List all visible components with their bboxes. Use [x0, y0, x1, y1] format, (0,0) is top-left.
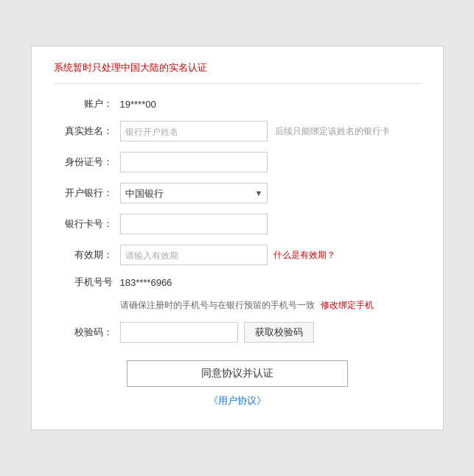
phone-value: 183****6966 [120, 277, 172, 288]
id-row: 身份证号： [54, 152, 421, 172]
bank-label: 开户银行： [54, 186, 113, 200]
account-label: 账户： [54, 97, 113, 111]
bank-row: 开户银行： 中国银行 工商银行 建设银行 农业银行 招商银行 交通银行 ▼ [54, 183, 421, 203]
main-card: 系统暂时只处理中国大陆的实名认证 账户： 19****00 真实姓名： 后续只能… [31, 46, 444, 430]
id-label: 身份证号： [54, 155, 113, 169]
notice-text: 系统暂时只处理中国大陆的实名认证 [54, 61, 421, 84]
bank-select[interactable]: 中国银行 工商银行 建设银行 农业银行 招商银行 交通银行 [120, 183, 268, 203]
bank-select-wrap: 中国银行 工商银行 建设银行 农业银行 招商银行 交通银行 ▼ [120, 183, 268, 203]
verif-row: 校验码： 获取校验码 [54, 322, 421, 343]
phone-label: 手机号号 [54, 276, 113, 289]
validity-row: 有效期： 什么是有效期？ [54, 245, 421, 265]
validity-hint-link[interactable]: 什么是有效期？ [273, 249, 335, 262]
card-row: 银行卡号： [54, 214, 421, 234]
phone-row: 手机号号 183****6966 [54, 276, 421, 289]
verif-label: 校验码： [54, 326, 113, 339]
realname-row: 真实姓名： 后续只能绑定该姓名的银行卡 [54, 121, 421, 141]
realname-hint: 后续只能绑定该姓名的银行卡 [275, 125, 390, 138]
validity-input[interactable] [120, 245, 268, 265]
card-label: 银行卡号： [54, 217, 113, 231]
modify-phone-link[interactable]: 修改绑定手机 [321, 299, 374, 312]
phone-note: 请确保注册时的手机号与在银行预留的手机号一致 修改绑定手机 [120, 299, 421, 312]
validity-label: 有效期： [54, 248, 113, 262]
id-input[interactable] [120, 152, 268, 172]
submit-button[interactable]: 同意协议并认证 [127, 360, 348, 387]
account-row: 账户： 19****00 [54, 97, 421, 111]
account-value: 19****00 [120, 99, 156, 110]
verif-input[interactable] [120, 322, 238, 343]
realname-input[interactable] [120, 121, 268, 141]
get-code-button[interactable]: 获取校验码 [244, 322, 314, 343]
realname-label: 真实姓名： [54, 125, 113, 138]
user-agreement-link[interactable]: 《用户协议》 [209, 394, 266, 407]
submit-section: 同意协议并认证 《用户协议》 [54, 360, 421, 407]
card-input[interactable] [120, 214, 268, 234]
phone-note-text: 请确保注册时的手机号与在银行预留的手机号一致 [120, 299, 315, 312]
